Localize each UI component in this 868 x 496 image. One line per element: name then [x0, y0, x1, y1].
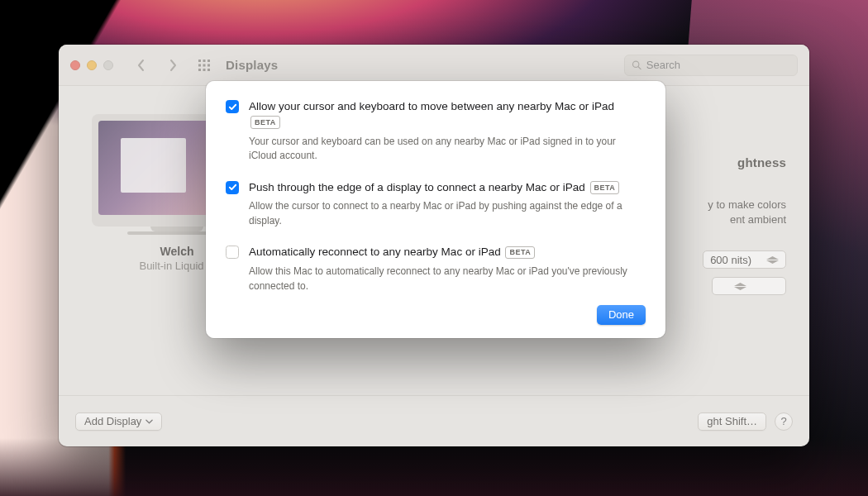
option-row-universal-control: Allow your cursor and keyboard to move b…: [226, 99, 646, 164]
search-field[interactable]: [624, 55, 798, 76]
option-title: Push through the edge of a display to co…: [249, 180, 646, 196]
search-icon: [632, 60, 641, 70]
option-row-auto-reconnect: Automatically reconnect to any nearby Ma…: [226, 245, 646, 293]
preset-select[interactable]: 600 nits): [703, 250, 786, 269]
help-label: ?: [780, 415, 786, 427]
stepper-icon: [766, 256, 779, 264]
svg-rect-7: [203, 69, 206, 71]
push-through-edge-checkbox[interactable]: [226, 181, 239, 194]
night-shift-button[interactable]: ght Shift…: [698, 413, 766, 431]
svg-rect-4: [203, 64, 206, 66]
desktop-wallpaper-bottom: [0, 438, 868, 496]
add-display-label: Add Display: [84, 415, 141, 427]
beta-badge: BETA: [250, 116, 280, 129]
svg-rect-2: [207, 60, 210, 62]
close-window-button[interactable]: [70, 60, 80, 70]
option-title: Automatically reconnect to any nearby Ma…: [249, 245, 646, 260]
window-title: Displays: [226, 58, 278, 72]
stepper-icon: [734, 283, 746, 290]
window-footer: Add Display ght Shift… ?: [59, 395, 809, 446]
chevron-down-icon: [145, 419, 153, 424]
refresh-select[interactable]: [712, 277, 786, 295]
option-description: Allow the cursor to connect to a nearby …: [249, 199, 646, 228]
done-label: Done: [608, 308, 634, 321]
auto-reconnect-checkbox[interactable]: [226, 246, 239, 259]
forward-button[interactable]: [163, 55, 183, 75]
svg-rect-0: [198, 60, 201, 62]
svg-rect-1: [203, 60, 206, 62]
beta-badge: BETA: [505, 246, 535, 260]
svg-rect-8: [207, 69, 210, 71]
allow-cursor-keyboard-checkbox[interactable]: [226, 100, 239, 113]
zoom-window-button[interactable]: [103, 60, 113, 70]
option-row-push-through: Push through the edge of a display to co…: [226, 180, 646, 229]
search-input[interactable]: [646, 59, 790, 71]
svg-rect-6: [198, 69, 201, 71]
option-description: Allow this Mac to automatically reconnec…: [249, 265, 646, 293]
advanced-options-sheet: Allow your cursor and keyboard to move b…: [206, 81, 665, 338]
setting-text-2: ent ambient: [670, 212, 786, 227]
option-title: Allow your cursor and keyboard to move b…: [249, 99, 646, 131]
minimize-window-button[interactable]: [87, 60, 97, 70]
setting-text-1: y to make colors: [670, 198, 786, 212]
window-controls: [70, 60, 113, 70]
beta-badge: BETA: [590, 181, 620, 194]
help-button[interactable]: ?: [775, 413, 793, 431]
svg-rect-5: [207, 64, 210, 66]
add-display-button[interactable]: Add Display: [75, 413, 162, 431]
preset-value: 600 nits): [710, 254, 751, 266]
window-titlebar: Displays: [59, 45, 809, 86]
done-button[interactable]: Done: [597, 305, 646, 325]
svg-rect-3: [198, 64, 201, 66]
show-all-icon[interactable]: [194, 55, 214, 75]
option-description: Your cursor and keyboard can be used on …: [249, 135, 646, 164]
night-shift-label: ght Shift…: [707, 415, 757, 427]
back-button[interactable]: [131, 55, 151, 75]
